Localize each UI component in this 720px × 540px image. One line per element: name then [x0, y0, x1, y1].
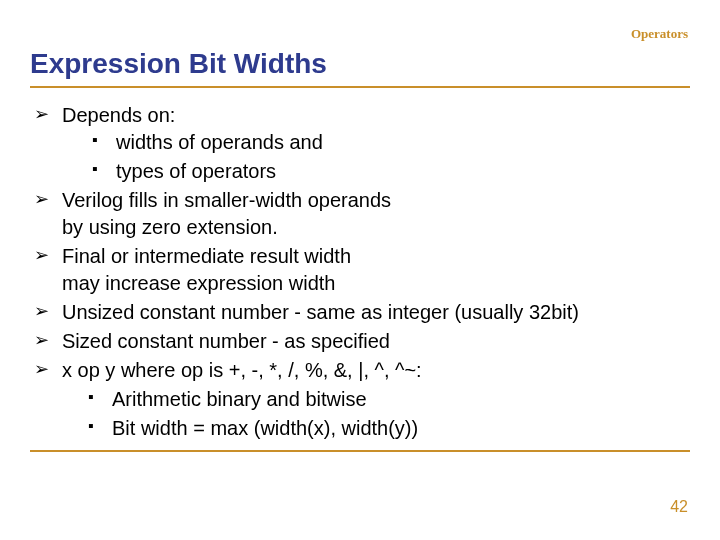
- footer-rule: [30, 450, 690, 452]
- bullet-text: x op y where op is +, -, *, /, %, &, |, …: [62, 359, 422, 381]
- list-item: widths of operands and: [92, 129, 690, 156]
- list-item: Final or intermediate result width may i…: [34, 243, 690, 297]
- bullet-list-level2: widths of operands and types of operator…: [62, 129, 690, 185]
- bullet-text: Verilog fills in smaller-width operands: [62, 189, 391, 211]
- bullet-text: Sized constant number - as specified: [62, 330, 390, 352]
- slide-title: Expression Bit Widths: [30, 48, 690, 80]
- bullet-list-level1: Depends on: widths of operands and types…: [30, 102, 690, 384]
- section-label: Operators: [631, 26, 688, 42]
- content-area: Depends on: widths of operands and types…: [30, 102, 690, 442]
- title-rule: [30, 86, 690, 88]
- bullet-text: by using zero extension.: [62, 216, 278, 238]
- bullet-text: Unsized constant number - same as intege…: [62, 301, 579, 323]
- bullet-text: widths of operands and: [116, 131, 323, 153]
- list-item: Verilog fills in smaller-width operands …: [34, 187, 690, 241]
- list-item: Unsized constant number - same as intege…: [34, 299, 690, 326]
- bullet-text: types of operators: [116, 160, 276, 182]
- list-item: Sized constant number - as specified: [34, 328, 690, 355]
- page-number: 42: [670, 498, 688, 516]
- list-item: types of operators: [92, 158, 690, 185]
- list-item: Arithmetic binary and bitwise: [88, 386, 690, 413]
- list-item: x op y where op is +, -, *, /, %, &, |, …: [34, 357, 690, 384]
- bullet-list-level2: Arithmetic binary and bitwise Bit width …: [30, 386, 690, 442]
- list-item: Bit width = max (width(x), width(y)): [88, 415, 690, 442]
- bullet-text: may increase expression width: [62, 272, 335, 294]
- slide: Operators Expression Bit Widths Depends …: [0, 0, 720, 540]
- bullet-text: Final or intermediate result width: [62, 245, 351, 267]
- bullet-text: Arithmetic binary and bitwise: [112, 388, 367, 410]
- bullet-text: Depends on:: [62, 104, 175, 126]
- list-item: Depends on: widths of operands and types…: [34, 102, 690, 185]
- bullet-text: Bit width = max (width(x), width(y)): [112, 417, 418, 439]
